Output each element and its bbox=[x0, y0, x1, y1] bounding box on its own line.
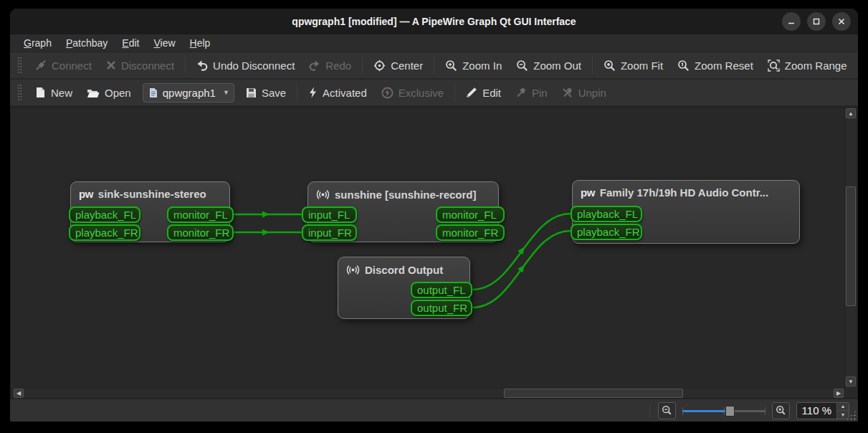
activated-button[interactable]: Activated bbox=[301, 83, 374, 103]
connection-wires bbox=[11, 108, 858, 399]
edit-button[interactable]: Edit bbox=[459, 83, 508, 103]
toolbar-drag-handle[interactable] bbox=[17, 84, 22, 101]
statusbar-zoom-in-button[interactable] bbox=[772, 402, 790, 419]
menu-patchbay[interactable]: Patchbay bbox=[59, 36, 114, 50]
node-header: pw sink-sunshine-stereo bbox=[71, 182, 229, 200]
minimize-button[interactable] bbox=[782, 12, 801, 31]
maximize-button[interactable] bbox=[807, 12, 826, 31]
app-window: qpwgraph1 [modified] — A PipeWire Graph … bbox=[10, 9, 858, 422]
zoom-fit-icon bbox=[604, 60, 616, 72]
port-monitor-fr[interactable]: monitor_FR bbox=[436, 224, 505, 241]
pipewire-icon: pw bbox=[581, 186, 595, 199]
port-monitor-fr[interactable]: monitor_FR bbox=[167, 224, 234, 241]
toolbar-separator bbox=[297, 84, 297, 101]
menu-view[interactable]: View bbox=[147, 36, 181, 50]
graph-toolbar: Connect Disconnect Undo Disconnect Redo … bbox=[10, 52, 858, 80]
undo-disconnect-label: Undo Disconnect bbox=[213, 60, 295, 72]
spin-up-button[interactable]: ▲ bbox=[837, 403, 849, 411]
port-output-fl[interactable]: output_FL bbox=[411, 282, 472, 298]
menu-help[interactable]: Help bbox=[183, 36, 217, 50]
disconnect-button[interactable]: Disconnect bbox=[99, 56, 181, 75]
statusbar-divider bbox=[649, 404, 650, 418]
zoom-range-button[interactable]: Zoom Range bbox=[760, 56, 854, 75]
exclusive-button[interactable]: Exclusive bbox=[374, 83, 451, 103]
triangle-left-icon: ◀ bbox=[16, 390, 21, 396]
zoom-reset-icon bbox=[677, 60, 690, 72]
undo-disconnect-button[interactable]: Undo Disconnect bbox=[189, 56, 302, 75]
open-button[interactable]: Open bbox=[80, 83, 138, 103]
redo-label: Redo bbox=[325, 60, 351, 72]
zoom-spinbox[interactable]: 110 % ▲ ▼ bbox=[796, 402, 849, 419]
port-playback-fr[interactable]: playback_FR bbox=[571, 224, 642, 240]
center-icon bbox=[373, 60, 386, 72]
horizontal-scrollbar[interactable]: ◀ ▶ bbox=[14, 388, 844, 399]
save-button[interactable]: Save bbox=[239, 83, 293, 103]
zoom-slider-handle[interactable] bbox=[725, 406, 735, 417]
menu-edit[interactable]: Edit bbox=[115, 36, 146, 50]
vertical-scroll-thumb[interactable] bbox=[846, 186, 856, 306]
toolbar-separator bbox=[454, 84, 455, 101]
titlebar[interactable]: qpwgraph1 [modified] — A PipeWire Graph … bbox=[10, 9, 858, 34]
port-input-fr[interactable]: input_FR bbox=[302, 224, 357, 241]
zoom-reset-button[interactable]: Zoom Reset bbox=[670, 56, 760, 75]
node-title: Discord Output bbox=[365, 264, 443, 276]
unpin-button[interactable]: Unpin bbox=[555, 83, 614, 103]
port-monitor-fl[interactable]: monitor_FL bbox=[167, 206, 234, 223]
close-button[interactable] bbox=[832, 12, 851, 31]
open-folder-icon bbox=[87, 87, 100, 98]
slider-track-empty[interactable] bbox=[730, 410, 766, 412]
patchbay-toolbar: New Open qpwgraph1 ▼ Save Activated Excl… bbox=[10, 80, 858, 107]
vertical-scrollbar[interactable]: ▲ ▼ bbox=[844, 108, 857, 388]
zoom-fit-button[interactable]: Zoom Fit bbox=[596, 56, 670, 75]
chevron-down-icon: ▼ bbox=[223, 89, 229, 96]
spin-down-button[interactable]: ▼ bbox=[837, 411, 849, 419]
pin-button[interactable]: Pin bbox=[508, 83, 555, 103]
patchbay-selector[interactable]: qpwgraph1 ▼ bbox=[143, 83, 234, 103]
new-button[interactable]: New bbox=[28, 83, 80, 103]
zoom-out-button[interactable]: Zoom Out bbox=[509, 56, 588, 75]
zoom-out-icon bbox=[662, 405, 672, 416]
slider-track-filled[interactable] bbox=[682, 410, 725, 412]
exclusive-icon bbox=[381, 87, 394, 99]
edit-label: Edit bbox=[482, 87, 501, 99]
port-output-fr[interactable]: output_FR bbox=[411, 300, 472, 316]
toolbar-drag-handle[interactable] bbox=[17, 57, 22, 74]
window-controls bbox=[782, 12, 851, 31]
zoom-slider[interactable] bbox=[682, 402, 766, 419]
statusbar-zoom-out-button[interactable] bbox=[658, 402, 676, 419]
node-header: Discord Output bbox=[338, 257, 469, 277]
disconnect-icon bbox=[106, 60, 116, 70]
scroll-up-button[interactable]: ▲ bbox=[846, 108, 856, 118]
activated-label: Activated bbox=[323, 87, 367, 99]
port-input-fl[interactable]: input_FL bbox=[302, 206, 357, 223]
zoom-in-button[interactable]: Zoom In bbox=[438, 56, 509, 75]
center-button[interactable]: Center bbox=[366, 56, 430, 75]
connect-button[interactable]: Connect bbox=[28, 56, 99, 75]
pin-label: Pin bbox=[532, 87, 548, 99]
unpin-icon bbox=[562, 87, 573, 98]
port-playback-fl[interactable]: playback_FL bbox=[69, 206, 140, 223]
port-playback-fr[interactable]: playback_FR bbox=[69, 224, 140, 241]
save-icon bbox=[246, 87, 257, 98]
port-playback-fl[interactable]: playback_FL bbox=[571, 206, 642, 222]
center-label: Center bbox=[391, 60, 423, 72]
graph-canvas[interactable]: pw sink-sunshine-stereo playback_FL play… bbox=[10, 107, 858, 399]
undo-icon bbox=[196, 60, 208, 71]
scroll-left-button[interactable]: ◀ bbox=[14, 389, 24, 398]
window-title: qpwgraph1 [modified] — A PipeWire Graph … bbox=[292, 16, 576, 27]
menu-graph[interactable]: Graph bbox=[17, 36, 58, 50]
patchbay-selector-value: qpwgraph1 bbox=[163, 87, 216, 99]
exclusive-label: Exclusive bbox=[399, 87, 444, 99]
horizontal-scroll-thumb[interactable] bbox=[504, 389, 683, 398]
node-header: pw Family 17h/19h HD Audio Contr... bbox=[573, 181, 799, 199]
port-monitor-fl[interactable]: monitor_FL bbox=[436, 206, 505, 223]
zoom-range-label: Zoom Range bbox=[785, 60, 847, 72]
scroll-right-button[interactable]: ▶ bbox=[834, 389, 844, 398]
zoom-reset-label: Zoom Reset bbox=[695, 60, 753, 72]
scroll-down-button[interactable]: ▼ bbox=[846, 376, 856, 386]
zoom-out-label: Zoom Out bbox=[533, 60, 581, 72]
toolbar-separator bbox=[185, 57, 186, 74]
redo-button[interactable]: Redo bbox=[302, 56, 358, 75]
connect-label: Connect bbox=[52, 60, 92, 72]
statusbar: 110 % ▲ ▼ bbox=[10, 399, 858, 422]
